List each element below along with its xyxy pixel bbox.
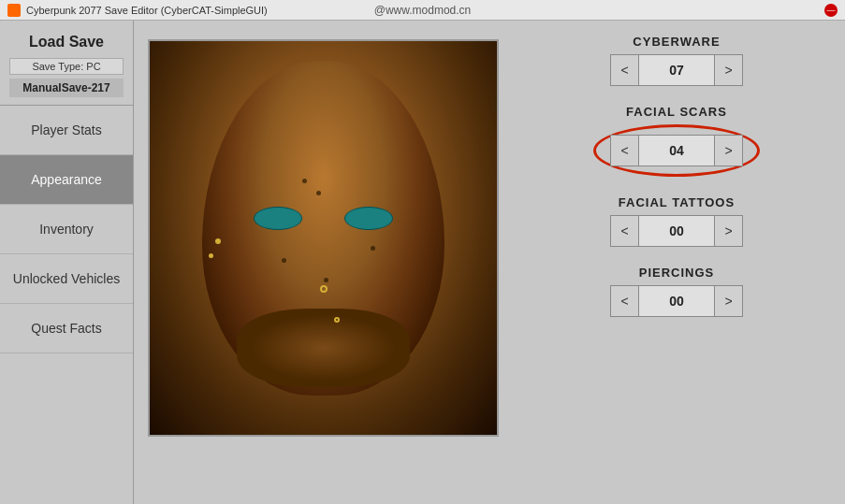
freckle-dot xyxy=(324,278,328,282)
sidebar-item-appearance[interactable]: Appearance xyxy=(0,155,133,205)
facial-scars-value: 04 xyxy=(639,136,714,166)
main-container: Load Save Save Type: PC ManualSave-217 P… xyxy=(0,21,845,504)
load-save-section: Load Save Save Type: PC ManualSave-217 xyxy=(0,21,133,106)
cyberware-prev-btn[interactable]: < xyxy=(611,55,639,85)
facial-tattoos-next-btn[interactable]: > xyxy=(714,216,742,246)
cyberware-next-btn[interactable]: > xyxy=(714,55,742,85)
facial-scars-next-btn[interactable]: > xyxy=(714,136,742,166)
eye-left xyxy=(254,207,302,230)
facial-tattoos-label: FACIAL TATTOOS xyxy=(619,195,735,209)
eye-right xyxy=(344,207,393,230)
character-face xyxy=(150,41,497,435)
sidebar: Load Save Save Type: PC ManualSave-217 P… xyxy=(0,21,134,504)
facial-tattoos-block: FACIAL TATTOOS < 00 > xyxy=(527,195,826,247)
sidebar-item-quest-facts[interactable]: Quest Facts xyxy=(0,304,133,353)
content-area: CYBERWARE < 07 > FACIAL SCARS < 04 > xyxy=(134,21,845,504)
piercings-label: PIERCINGS xyxy=(639,266,715,280)
character-panel xyxy=(134,21,508,504)
sidebar-item-player-stats[interactable]: Player Stats xyxy=(0,106,133,155)
cyberware-controls: < 07 > xyxy=(610,54,743,86)
load-save-title[interactable]: Load Save xyxy=(9,34,124,50)
piercings-block: PIERCINGS < 00 > xyxy=(527,266,826,317)
piercings-prev-btn[interactable]: < xyxy=(611,286,639,316)
facial-tattoos-prev-btn[interactable]: < xyxy=(611,216,639,246)
close-button[interactable]: — xyxy=(824,4,838,17)
nose-ring xyxy=(320,285,328,293)
stats-panel: CYBERWARE < 07 > FACIAL SCARS < 04 > xyxy=(508,21,845,504)
title-bar: Cyberpunk 2077 Save Editor (CyberCAT-Sim… xyxy=(0,0,845,21)
lip-ring xyxy=(334,317,340,323)
save-file-name[interactable]: ManualSave-217 xyxy=(9,79,124,97)
facial-scars-prev-btn[interactable]: < xyxy=(611,136,639,166)
cyberware-value: 07 xyxy=(639,55,714,85)
piercings-next-btn[interactable]: > xyxy=(714,286,742,316)
character-image-frame xyxy=(148,39,499,437)
sidebar-item-inventory[interactable]: Inventory xyxy=(0,205,133,254)
facial-tattoos-value: 00 xyxy=(639,216,714,246)
cyberware-block: CYBERWARE < 07 > xyxy=(527,35,826,86)
facial-scars-highlight-ring: < 04 > xyxy=(593,124,760,177)
sidebar-item-unlocked-vehicles[interactable]: Unlocked Vehicles xyxy=(0,254,133,304)
website-text: @www.modmod.cn xyxy=(374,4,472,17)
chin-area xyxy=(237,309,411,387)
freckle-dot xyxy=(282,258,286,263)
facial-scars-block: FACIAL SCARS < 04 > xyxy=(527,105,826,177)
facial-scars-controls: < 04 > xyxy=(610,135,743,166)
cyberware-label: CYBERWARE xyxy=(633,35,720,49)
facial-scars-label: FACIAL SCARS xyxy=(626,105,727,119)
save-type-label: Save Type: PC xyxy=(9,58,124,75)
facial-tattoos-controls: < 00 > xyxy=(610,215,743,247)
piercings-controls: < 00 > xyxy=(610,285,743,317)
piercings-value: 00 xyxy=(639,286,714,316)
app-icon xyxy=(7,4,21,17)
